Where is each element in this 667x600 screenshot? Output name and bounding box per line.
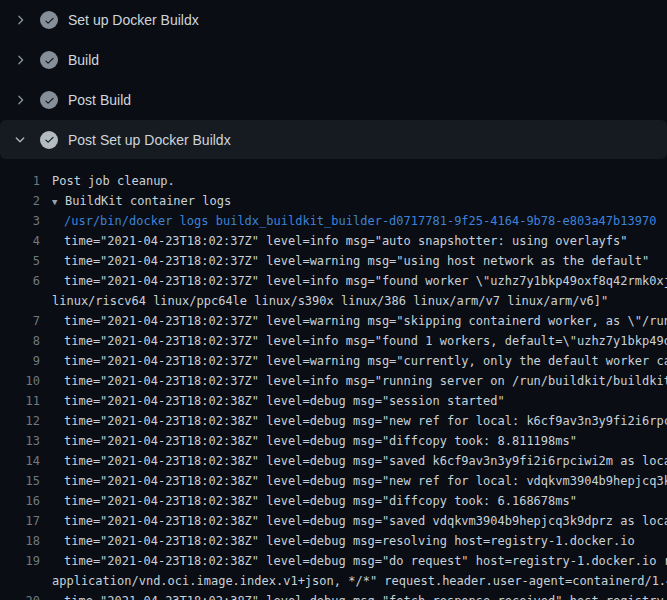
log-message-text: time="2021-04-23T18:02:37Z" level=warnin… bbox=[64, 251, 649, 271]
steps-list: Set up Docker BuildxBuildPost BuildPost … bbox=[0, 0, 667, 159]
log-line-number[interactable]: 10 bbox=[0, 371, 40, 391]
step-header-post-set-up-docker-buildx[interactable]: Post Set up Docker Buildx bbox=[0, 120, 667, 159]
log-line-number[interactable]: 13 bbox=[0, 431, 40, 451]
log-line: 10time="2021-04-23T18:02:37Z" level=info… bbox=[0, 371, 667, 391]
chevron-right-icon[interactable] bbox=[12, 92, 28, 108]
step-label: Build bbox=[68, 52, 99, 68]
log-message-text: time="2021-04-23T18:02:38Z" level=debug … bbox=[64, 391, 505, 411]
log-line: application/vnd.oci.image.index.v1+json,… bbox=[0, 571, 667, 591]
log-line: 9time="2021-04-23T18:02:37Z" level=warni… bbox=[0, 351, 667, 371]
log-command-text: /usr/bin/docker logs buildx_buildkit_bui… bbox=[64, 211, 656, 231]
log-line-number[interactable]: 12 bbox=[0, 411, 40, 431]
log-line: 13time="2021-04-23T18:02:38Z" level=debu… bbox=[0, 431, 667, 451]
log-message-text: time="2021-04-23T18:02:37Z" level=info m… bbox=[64, 331, 667, 351]
log-line-number[interactable]: 17 bbox=[0, 511, 40, 531]
log-message-text: time="2021-04-23T18:02:37Z" level=warnin… bbox=[64, 351, 667, 371]
log-line: 6time="2021-04-23T18:02:37Z" level=info … bbox=[0, 271, 667, 291]
log-line-number[interactable]: 19 bbox=[0, 551, 40, 571]
log-group-toggle[interactable]: ▼BuildKit container logs bbox=[52, 191, 231, 211]
log-message-text: time="2021-04-23T18:02:38Z" level=debug … bbox=[64, 551, 667, 571]
log-message-text: time="2021-04-23T18:02:38Z" level=debug … bbox=[64, 431, 577, 451]
log-line: 5time="2021-04-23T18:02:37Z" level=warni… bbox=[0, 251, 667, 271]
log-line: 8time="2021-04-23T18:02:37Z" level=info … bbox=[0, 331, 667, 351]
log-line-number[interactable]: 7 bbox=[0, 311, 40, 331]
check-circle-icon bbox=[40, 131, 58, 149]
check-circle-icon bbox=[40, 91, 58, 109]
check-circle-icon bbox=[40, 51, 58, 69]
log-line: 19time="2021-04-23T18:02:38Z" level=debu… bbox=[0, 551, 667, 571]
log-line: 4time="2021-04-23T18:02:37Z" level=info … bbox=[0, 231, 667, 251]
log-line-number[interactable]: 2 bbox=[0, 191, 40, 211]
step-label: Post Set up Docker Buildx bbox=[68, 132, 231, 148]
log-message-text: time="2021-04-23T18:02:37Z" level=info m… bbox=[64, 271, 667, 291]
log-line: 11time="2021-04-23T18:02:38Z" level=debu… bbox=[0, 391, 667, 411]
log-line-number[interactable]: 5 bbox=[0, 251, 40, 271]
log-line: 18time="2021-04-23T18:02:38Z" level=debu… bbox=[0, 531, 667, 551]
log-line-number[interactable]: 8 bbox=[0, 331, 40, 351]
log-message-text: time="2021-04-23T18:02:38Z" level=debug … bbox=[64, 591, 667, 600]
log-line: 15time="2021-04-23T18:02:38Z" level=debu… bbox=[0, 471, 667, 491]
log-message-text: time="2021-04-23T18:02:38Z" level=debug … bbox=[64, 491, 577, 511]
log-line-number[interactable]: 4 bbox=[0, 231, 40, 251]
log-message-text: Post job cleanup. bbox=[52, 171, 175, 191]
log-wrapped-text: application/vnd.oci.image.index.v1+json,… bbox=[52, 571, 667, 591]
log-line-number[interactable]: 9 bbox=[0, 351, 40, 371]
log-message-text: time="2021-04-23T18:02:37Z" level=info m… bbox=[64, 371, 667, 391]
log-line-number[interactable]: 3 bbox=[0, 211, 40, 231]
chevron-right-icon[interactable] bbox=[12, 52, 28, 68]
log-line-number[interactable]: 18 bbox=[0, 531, 40, 551]
step-label: Set up Docker Buildx bbox=[68, 12, 199, 28]
log-line: linux/riscv64 linux/ppc64le linux/s390x … bbox=[0, 291, 667, 311]
log-line: 2▼BuildKit container logs bbox=[0, 191, 667, 211]
log-lines: 1Post job cleanup.2▼BuildKit container l… bbox=[0, 159, 667, 600]
actions-log-viewer: Set up Docker BuildxBuildPost BuildPost … bbox=[0, 0, 667, 600]
log-message-text: time="2021-04-23T18:02:38Z" level=debug … bbox=[64, 411, 667, 431]
log-line-number bbox=[0, 291, 40, 311]
chevron-right-icon[interactable] bbox=[12, 12, 28, 28]
log-message-text: time="2021-04-23T18:02:38Z" level=debug … bbox=[64, 511, 667, 531]
log-line-number[interactable]: 6 bbox=[0, 271, 40, 291]
group-title: BuildKit container logs bbox=[65, 194, 231, 208]
log-line-number[interactable]: 20 bbox=[0, 591, 40, 600]
step-header-set-up-docker-buildx[interactable]: Set up Docker Buildx bbox=[0, 0, 667, 40]
log-message-text: time="2021-04-23T18:02:38Z" level=debug … bbox=[64, 531, 635, 551]
log-line: 7time="2021-04-23T18:02:37Z" level=warni… bbox=[0, 311, 667, 331]
log-message-text: time="2021-04-23T18:02:38Z" level=debug … bbox=[64, 471, 667, 491]
step-header-build[interactable]: Build bbox=[0, 40, 667, 80]
log-line-number[interactable]: 1 bbox=[0, 171, 40, 191]
log-line: 12time="2021-04-23T18:02:38Z" level=debu… bbox=[0, 411, 667, 431]
log-line: 16time="2021-04-23T18:02:38Z" level=debu… bbox=[0, 491, 667, 511]
log-message-text: time="2021-04-23T18:02:38Z" level=debug … bbox=[64, 451, 667, 471]
log-wrapped-text: linux/riscv64 linux/ppc64le linux/s390x … bbox=[52, 291, 608, 311]
log-message-text: time="2021-04-23T18:02:37Z" level=info m… bbox=[64, 231, 628, 251]
log-message-text: time="2021-04-23T18:02:37Z" level=warnin… bbox=[64, 311, 667, 331]
log-line: 1Post job cleanup. bbox=[0, 171, 667, 191]
chevron-down-icon[interactable] bbox=[12, 132, 28, 148]
group-collapse-triangle-icon[interactable]: ▼ bbox=[52, 192, 65, 211]
log-line-number[interactable]: 15 bbox=[0, 471, 40, 491]
log-line-number[interactable]: 16 bbox=[0, 491, 40, 511]
log-line-number bbox=[0, 571, 40, 591]
log-line-number[interactable]: 11 bbox=[0, 391, 40, 411]
log-line-number[interactable]: 14 bbox=[0, 451, 40, 471]
step-label: Post Build bbox=[68, 92, 131, 108]
log-line: 17time="2021-04-23T18:02:38Z" level=debu… bbox=[0, 511, 667, 531]
log-line: 20time="2021-04-23T18:02:38Z" level=debu… bbox=[0, 591, 667, 600]
log-line: 3/usr/bin/docker logs buildx_buildkit_bu… bbox=[0, 211, 667, 231]
log-line: 14time="2021-04-23T18:02:38Z" level=debu… bbox=[0, 451, 667, 471]
check-circle-icon bbox=[40, 11, 58, 29]
step-header-post-build[interactable]: Post Build bbox=[0, 80, 667, 120]
